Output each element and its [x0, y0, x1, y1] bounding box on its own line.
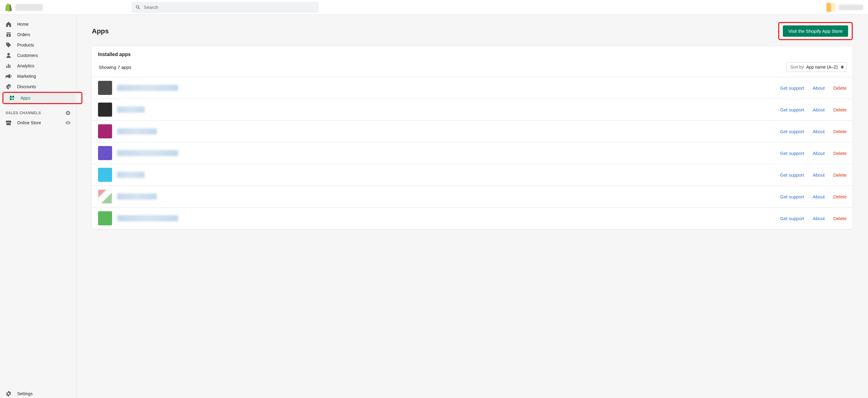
about-link[interactable]: About: [812, 86, 825, 91]
nav-label: Customers: [17, 53, 38, 58]
sort-value: App name (A–Z): [806, 65, 838, 69]
about-link[interactable]: About: [812, 151, 825, 156]
apps-icon: [9, 95, 15, 101]
profile-name: [839, 5, 863, 10]
app-icon: [98, 190, 112, 204]
search-box[interactable]: [132, 2, 318, 13]
sidebar-bottom: Settings: [0, 387, 76, 398]
view-store-icon[interactable]: [65, 120, 71, 126]
nav-list: Home Orders Products Customers Analytics: [0, 15, 76, 128]
app-name[interactable]: [117, 85, 178, 91]
app-actions: Get supportAboutDelete: [780, 151, 846, 156]
get-support-link[interactable]: Get support: [780, 151, 804, 156]
settings-label: Settings: [17, 391, 33, 396]
nav-orders[interactable]: Orders: [0, 29, 76, 40]
app-name[interactable]: [117, 150, 178, 156]
app-icon: [98, 146, 112, 160]
nav-label: Discounts: [17, 84, 36, 89]
search-input[interactable]: [144, 5, 315, 10]
nav-products[interactable]: Products: [0, 40, 76, 50]
about-link[interactable]: About: [812, 172, 825, 177]
app-icon: [98, 81, 112, 95]
home-icon: [5, 21, 12, 27]
app-actions: Get supportAboutDelete: [780, 86, 846, 91]
content: Apps Visit the Shopify App Store Install…: [76, 15, 868, 398]
about-link[interactable]: About: [812, 129, 825, 134]
app-name[interactable]: [117, 106, 145, 113]
store-icon: [5, 120, 12, 126]
about-link[interactable]: About: [812, 107, 825, 112]
delete-link[interactable]: Delete: [833, 151, 846, 156]
gear-icon: [5, 391, 12, 397]
card-title: Installed apps: [92, 46, 853, 57]
get-support-link[interactable]: Get support: [780, 172, 804, 177]
get-support-link[interactable]: Get support: [780, 194, 804, 199]
visit-app-store-button[interactable]: Visit the Shopify App Store: [783, 25, 848, 37]
sort-select[interactable]: Sort by App name (A–Z): [786, 62, 846, 72]
app-icon: [98, 168, 112, 182]
search-icon: [135, 5, 141, 10]
products-icon: [5, 42, 12, 48]
nav-apps[interactable]: Apps: [3, 93, 75, 103]
delete-link[interactable]: Delete: [833, 86, 846, 91]
app-row: Get supportAboutDelete: [92, 142, 853, 164]
app-row: Get supportAboutDelete: [92, 77, 853, 99]
nav-label: Orders: [17, 32, 30, 37]
nav-settings[interactable]: Settings: [0, 387, 76, 398]
app-actions: Get supportAboutDelete: [780, 172, 846, 177]
channel-label: Online Store: [17, 120, 41, 125]
nav-discounts[interactable]: Discounts: [0, 81, 76, 92]
sidebar: Home Orders Products Customers Analytics: [0, 15, 76, 398]
nav-label: Home: [17, 22, 29, 27]
channel-online-store[interactable]: Online Store: [0, 118, 76, 128]
analytics-icon: [5, 63, 12, 69]
profile-area[interactable]: [826, 3, 863, 12]
app-actions: Get supportAboutDelete: [780, 107, 846, 112]
get-support-link[interactable]: Get support: [780, 107, 804, 112]
nav-customers[interactable]: Customers: [0, 50, 76, 61]
nav-analytics[interactable]: Analytics: [0, 61, 76, 71]
page-header: Apps Visit the Shopify App Store: [92, 22, 853, 40]
app-name[interactable]: [117, 215, 178, 221]
showing-count: Showing 7 apps: [99, 65, 131, 70]
app-row: Get supportAboutDelete: [92, 207, 853, 229]
sales-channels-label: SALES CHANNELS: [5, 111, 41, 115]
about-link[interactable]: About: [812, 194, 825, 199]
orders-icon: [5, 32, 12, 38]
delete-link[interactable]: Delete: [833, 216, 846, 221]
card-subhead: Showing 7 apps Sort by App name (A–Z): [92, 57, 853, 77]
installed-apps-card: Installed apps Showing 7 apps Sort by Ap…: [92, 46, 853, 229]
get-support-link[interactable]: Get support: [780, 129, 804, 134]
app-row: Get supportAboutDelete: [92, 99, 853, 120]
app-row: Get supportAboutDelete: [92, 164, 853, 186]
app-name[interactable]: [117, 172, 145, 178]
nav-label: Marketing: [17, 74, 36, 79]
app-icon: [98, 124, 112, 138]
delete-link[interactable]: Delete: [833, 107, 846, 112]
sort-arrows-icon: [841, 65, 844, 69]
delete-link[interactable]: Delete: [833, 129, 846, 134]
nav-home[interactable]: Home: [0, 19, 76, 29]
app-name[interactable]: [117, 128, 157, 134]
search-container: [76, 2, 826, 13]
delete-link[interactable]: Delete: [833, 172, 846, 177]
app-name[interactable]: [117, 194, 157, 200]
get-support-link[interactable]: Get support: [780, 216, 804, 221]
sales-channels-header: SALES CHANNELS: [0, 110, 76, 116]
delete-link[interactable]: Delete: [833, 194, 846, 199]
about-link[interactable]: About: [812, 216, 825, 221]
customers-icon: [5, 52, 12, 59]
nav-marketing[interactable]: Marketing: [0, 71, 76, 81]
avatar: [826, 3, 836, 12]
add-channel-icon[interactable]: [65, 110, 71, 116]
get-support-link[interactable]: Get support: [780, 86, 804, 91]
nav-label: Products: [17, 42, 34, 47]
app-icon: [98, 211, 112, 225]
discounts-icon: [5, 84, 12, 90]
apps-highlight: Apps: [2, 92, 83, 104]
nav-label: Analytics: [17, 63, 34, 68]
app-list: Get supportAboutDeleteGet supportAboutDe…: [92, 77, 853, 229]
store-name: [15, 4, 43, 11]
app-row: Get supportAboutDelete: [92, 186, 853, 207]
app-actions: Get supportAboutDelete: [780, 194, 846, 199]
